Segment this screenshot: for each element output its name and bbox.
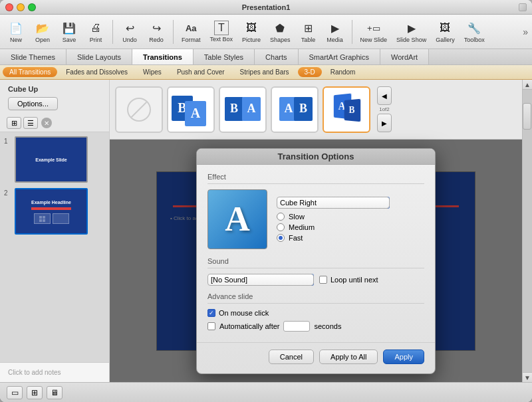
auto-after-checkbox[interactable] bbox=[207, 322, 215, 330]
slide-item-2[interactable]: 2 Example Headline bbox=[4, 188, 105, 235]
effect-preview: A Cube Right Cube Left Cube Up Cube Do bbox=[207, 189, 424, 249]
open-button[interactable]: 📂 Open bbox=[31, 19, 55, 45]
save-icon: 💾 bbox=[61, 20, 77, 36]
right-scrollbar: ▲ ▼ bbox=[522, 80, 532, 382]
slide-thumbnail-1[interactable]: Example Slide bbox=[15, 136, 88, 183]
tab-table-styles[interactable]: Table Styles bbox=[194, 49, 255, 64]
scroll-thumb[interactable] bbox=[523, 103, 531, 130]
table-button[interactable]: ⊞ Table bbox=[297, 19, 321, 45]
redo-button[interactable]: ↪ Redo bbox=[144, 19, 168, 45]
medium-radio[interactable] bbox=[277, 223, 285, 231]
slide-canvas: Example Headline Example Headline • Clic… bbox=[110, 140, 522, 382]
tab-sub-fades[interactable]: Fades and Dissolves bbox=[59, 67, 134, 77]
gallery-icon: 🖼 bbox=[437, 20, 453, 36]
tab-sub-3d[interactable]: 3-D bbox=[298, 67, 322, 77]
seconds-input[interactable] bbox=[283, 321, 310, 332]
effect-select[interactable]: Cube Right Cube Left Cube Up Cube Down bbox=[277, 197, 390, 209]
toolbar-separator-3 bbox=[352, 20, 352, 44]
transition-next[interactable]: ▶ bbox=[377, 114, 392, 132]
tab-transitions[interactable]: Transitions bbox=[132, 49, 194, 64]
transition-prev[interactable]: ◀ bbox=[377, 86, 392, 105]
redo-icon: ↪ bbox=[148, 20, 164, 36]
options-button[interactable]: Options... bbox=[8, 97, 58, 110]
window-controls bbox=[5, 3, 36, 11]
tab-smartart[interactable]: SmartArt Graphics bbox=[299, 49, 380, 64]
mouse-click-item[interactable]: On mouse click bbox=[207, 309, 424, 317]
shapes-button[interactable]: ⬟ Shapes bbox=[267, 19, 294, 45]
open-icon: 📂 bbox=[35, 20, 51, 36]
preview-controls: Cube Right Cube Left Cube Up Cube Down ▾ bbox=[277, 197, 390, 242]
tab-charts[interactable]: Charts bbox=[255, 49, 298, 64]
loop-checkbox[interactable] bbox=[319, 276, 327, 284]
fast-radio[interactable] bbox=[277, 234, 285, 242]
tab-sub-push[interactable]: Push and Cover bbox=[170, 67, 231, 77]
apply-to-all-button[interactable]: Apply to All bbox=[319, 350, 378, 364]
scroll-up-button[interactable]: ▲ bbox=[523, 80, 532, 90]
list-view-button[interactable]: ☰ bbox=[23, 117, 38, 129]
grid-view-button-bottom[interactable]: ⊞ bbox=[27, 386, 43, 399]
media-button[interactable]: ▶ Media bbox=[323, 19, 347, 45]
gallery-button[interactable]: 🖼 Gallery bbox=[432, 19, 458, 45]
transition-preview: A bbox=[207, 189, 267, 249]
slide-number-1: 1 bbox=[4, 136, 11, 145]
toolbox-icon: 🔧 bbox=[466, 20, 482, 36]
new-slide-button[interactable]: +▭ New Slide bbox=[357, 19, 391, 45]
toolbar-separator-2 bbox=[173, 20, 174, 44]
tab-sub-random[interactable]: Random bbox=[324, 67, 362, 77]
main-window: Presentation1 📄 New 📂 Open 💾 Save 🖨 Prin… bbox=[0, 0, 532, 402]
slide-view-button[interactable]: ▭ bbox=[7, 386, 23, 399]
slideshow-button[interactable]: ▶ Slide Show bbox=[393, 19, 430, 45]
slide-item-1[interactable]: 1 Example Slide bbox=[4, 136, 105, 183]
tab-slide-themes[interactable]: Slide Themes bbox=[0, 49, 66, 64]
mouse-click-checkbox[interactable] bbox=[207, 309, 215, 317]
cancel-button[interactable]: Cancel bbox=[269, 350, 314, 364]
grid-view-button[interactable]: ⊞ bbox=[7, 117, 21, 129]
modal-title: Transition Options bbox=[197, 149, 435, 165]
sound-select[interactable]: [No Sound] bbox=[207, 274, 314, 286]
transition-none[interactable] bbox=[115, 86, 163, 133]
loop-checkbox-item[interactable]: Loop until next bbox=[319, 276, 378, 284]
slide-thumbnail-2[interactable]: Example Headline bbox=[15, 188, 88, 235]
apply-button[interactable]: Apply bbox=[383, 350, 424, 364]
preview-letter: A bbox=[225, 199, 250, 239]
speed-medium[interactable]: Medium bbox=[277, 223, 390, 231]
transition-cube-3[interactable]: A B bbox=[271, 86, 319, 133]
undo-icon: ↩ bbox=[122, 20, 138, 36]
transition-cube-4[interactable]: A B bbox=[323, 86, 370, 133]
notes-area[interactable]: Click to add notes bbox=[0, 362, 109, 382]
transition-cube-2[interactable]: B A bbox=[219, 86, 267, 133]
print-button[interactable]: 🖨 Print bbox=[84, 19, 108, 45]
tab-wordart[interactable]: WordArt bbox=[380, 49, 429, 64]
view-controls: ⊞ ☰ ✕ bbox=[0, 114, 109, 132]
speed-fast[interactable]: Fast bbox=[277, 234, 390, 242]
close-panel-button[interactable]: ✕ bbox=[41, 118, 52, 128]
tab-sub-all[interactable]: All Transitions bbox=[3, 67, 57, 77]
sub-tab-bar: All Transitions Fades and Dissolves Wipe… bbox=[0, 65, 532, 80]
presenter-view-button[interactable]: 🖥 bbox=[47, 386, 63, 399]
scroll-down-button[interactable]: ▼ bbox=[523, 372, 532, 382]
transition-cube-1[interactable]: B A bbox=[167, 86, 215, 133]
minimize-button[interactable] bbox=[17, 3, 25, 11]
transition-label: Cube Up bbox=[0, 80, 109, 96]
close-button[interactable] bbox=[5, 3, 13, 11]
transition-options-dialog: Transition Options Effect A bbox=[196, 148, 436, 374]
toolbox-button[interactable]: 🔧 Toolbox bbox=[461, 19, 488, 45]
maximize-button[interactable] bbox=[28, 3, 36, 11]
speed-slow[interactable]: Slow bbox=[277, 213, 390, 221]
tab-sub-wipes[interactable]: Wipes bbox=[136, 67, 168, 77]
slides-panel: 1 Example Slide 2 Example Headline bbox=[0, 132, 109, 362]
format-button[interactable]: Aa Format bbox=[178, 19, 204, 45]
new-button[interactable]: 📄 New bbox=[4, 19, 28, 45]
textbox-button[interactable]: T Text Box bbox=[207, 19, 237, 44]
content-area: Cube Up Options... ⊞ ☰ ✕ 1 Example Slide… bbox=[0, 80, 532, 382]
tab-slide-layouts[interactable]: Slide Layouts bbox=[66, 49, 132, 64]
picture-button[interactable]: 🖼 Picture bbox=[239, 19, 264, 45]
slow-radio[interactable] bbox=[277, 213, 285, 221]
resize-button[interactable] bbox=[519, 3, 527, 11]
tab-sub-stripes[interactable]: Stripes and Bars bbox=[233, 67, 296, 77]
effect-dropdown-field: Cube Right Cube Left Cube Up Cube Down ▾ bbox=[277, 197, 390, 209]
undo-button[interactable]: ↩ Undo bbox=[118, 19, 142, 45]
toolbar-overflow[interactable]: » bbox=[523, 27, 528, 37]
format-icon: Aa bbox=[183, 20, 199, 36]
save-button[interactable]: 💾 Save bbox=[57, 19, 81, 45]
